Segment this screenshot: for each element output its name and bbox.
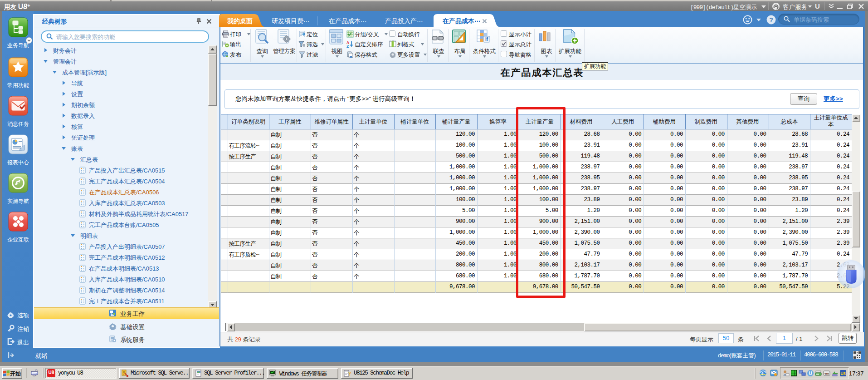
- svg-text:Z: Z: [346, 44, 349, 48]
- svg-text:vm: vm: [824, 372, 829, 375]
- svg-text:?: ?: [348, 370, 351, 377]
- svg-text:U: U: [809, 371, 812, 376]
- svg-text:if: if: [485, 37, 488, 42]
- svg-text:U8: U8: [840, 371, 846, 376]
- svg-text:e: e: [761, 370, 764, 375]
- svg-text:?: ?: [769, 16, 773, 24]
